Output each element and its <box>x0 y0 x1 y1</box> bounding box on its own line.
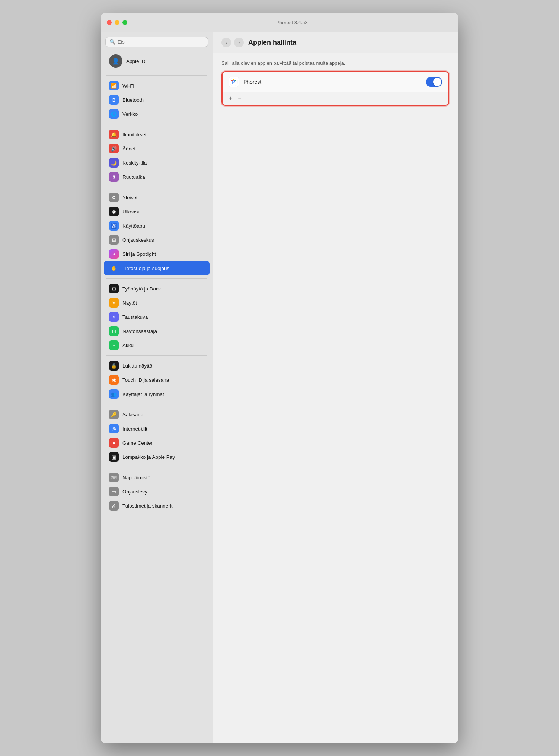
trackpad-icon: ▭ <box>109 487 119 496</box>
sidebar-item-trackpad[interactable]: ▭ Ohjauslevy <box>104 485 210 499</box>
minimize-button[interactable] <box>115 20 119 25</box>
control-icon: ⊞ <box>109 235 119 245</box>
sidebar-item-touchid[interactable]: ◉ Touch ID ja salasana <box>104 373 210 387</box>
search-bar[interactable]: 🔍 <box>105 37 208 47</box>
privacy-icon: ✋ <box>109 263 119 273</box>
window-content: 🔍 👤 Apple ID 📶 Wi-Fi B Bluetooth <box>101 32 458 743</box>
sidebar-item-label-screensaver: Näytönsäästäjä <box>122 328 157 334</box>
sidebar-item-keyboard[interactable]: ⌨ Näppäimistö <box>104 470 210 485</box>
sidebar-item-label-lockedscreen: Lukittu näyttö <box>122 363 152 369</box>
sidebar-item-lockedscreen[interactable]: 🔒 Lukittu näyttö <box>104 359 210 373</box>
sidebar-item-bluetooth[interactable]: B Bluetooth <box>104 93 210 107</box>
sidebar-item-printers[interactable]: 🖨 Tulostimet ja skannerit <box>104 499 210 513</box>
remove-app-button[interactable]: − <box>235 94 244 102</box>
phorest-icon: P <box>229 77 239 87</box>
wallet-icon: ▣ <box>109 452 119 462</box>
sidebar-item-apple-id[interactable]: 👤 Apple ID <box>104 51 210 71</box>
sidebar-item-control[interactable]: ⊞ Ohjauskeskus <box>104 233 210 247</box>
sidebar-item-screensaver[interactable]: ⊡ Näytönsäästäjä <box>104 324 210 338</box>
printers-icon: 🖨 <box>109 501 119 511</box>
sidebar-item-wallet[interactable]: ▣ Lompakko ja Apple Pay <box>104 450 210 464</box>
sidebar-item-wallpaper[interactable]: ❊ Taustakuva <box>104 310 210 324</box>
vision-icon: ♿ <box>109 221 119 231</box>
sidebar-divider-1 <box>106 75 207 76</box>
search-input[interactable] <box>118 39 204 45</box>
sidebar-item-label-privacy: Tietosuoja ja suojaus <box>122 266 169 271</box>
sidebar-item-label-wifi: Wi-Fi <box>122 83 134 89</box>
toggle-knob <box>433 78 441 86</box>
back-button[interactable]: ‹ <box>221 38 231 47</box>
sidebar-item-passwords[interactable]: 🔑 Salasanat <box>104 407 210 422</box>
phorest-toggle[interactable] <box>426 77 442 87</box>
users-icon: 👥 <box>109 389 119 399</box>
sidebar-item-wifi[interactable]: 📶 Wi-Fi <box>104 79 210 93</box>
battery-icon: ▪ <box>109 340 119 350</box>
screensaver-icon: ⊡ <box>109 326 119 336</box>
sidebar-item-general[interactable]: ⚙ Yleiset <box>104 190 210 204</box>
sidebar-item-label-users: Käyttäjät ja ryhmät <box>122 391 164 397</box>
sidebar-item-siri[interactable]: ✦ Siri ja Spotlight <box>104 247 210 261</box>
page-title: Appien hallinta <box>248 39 296 47</box>
sidebar-divider-4 <box>106 278 207 279</box>
passwords-icon: 🔑 <box>109 410 119 419</box>
sidebar: 🔍 👤 Apple ID 📶 Wi-Fi B Bluetooth <box>101 32 213 743</box>
gamecenter-icon: ● <box>109 438 119 448</box>
sidebar-item-label-vision: Käyttöapu <box>122 223 145 229</box>
sidebar-item-focus[interactable]: 🌙 Keskity-tila <box>104 156 210 170</box>
sidebar-item-accessibility[interactable]: ◉ Ulkoasu <box>104 204 210 219</box>
sidebar-item-privacy[interactable]: ✋ Tietosuoja ja suojaus <box>104 261 210 275</box>
sidebar-item-internetaccounts[interactable]: @ Internet-tilit <box>104 422 210 436</box>
sidebar-item-notifications[interactable]: 🔔 Ilmoitukset <box>104 127 210 142</box>
sidebar-item-label-passwords: Salasanat <box>122 412 145 417</box>
network-icon: 🌐 <box>109 109 119 119</box>
sidebar-item-network[interactable]: 🌐 Verkko <box>104 107 210 121</box>
sidebar-item-vision[interactable]: ♿ Käyttöapu <box>104 219 210 233</box>
sidebar-item-users[interactable]: 👥 Käyttäjät ja ryhmät <box>104 387 210 401</box>
sidebar-item-sounds[interactable]: 🔊 Äänet <box>104 142 210 156</box>
sidebar-item-label-keyboard: Näppäimistö <box>122 475 150 480</box>
sidebar-item-label-screentime: Ruutuaika <box>122 174 145 180</box>
notifications-icon: 🔔 <box>109 130 119 139</box>
wallpaper-icon: ❊ <box>109 312 119 322</box>
add-app-button[interactable]: + <box>226 94 235 102</box>
focus-icon: 🌙 <box>109 158 119 168</box>
sidebar-item-desktop[interactable]: ⊟ Työpöytä ja Dock <box>104 282 210 296</box>
screentime-icon: ⧗ <box>109 172 119 182</box>
sidebar-item-label-sounds: Äänet <box>122 146 135 152</box>
sidebar-item-label-control: Ohjauskeskus <box>122 237 154 243</box>
sidebar-item-label-wallpaper: Taustakuva <box>122 314 148 320</box>
main-content-area: ‹ › Appien hallinta Salli alla olevien a… <box>213 32 458 743</box>
siri-icon: ✦ <box>109 249 119 259</box>
sidebar-divider-3 <box>106 187 207 187</box>
keyboard-icon: ⌨ <box>109 473 119 482</box>
sidebar-items-container: 📶 Wi-Fi B Bluetooth 🌐 Verkko 🔔 Ilmoituks… <box>101 79 213 513</box>
traffic-lights <box>107 20 127 25</box>
sidebar-item-label-siri: Siri ja Spotlight <box>122 251 156 257</box>
close-button[interactable] <box>107 20 112 25</box>
sidebar-item-battery[interactable]: ▪ Akku <box>104 338 210 352</box>
sidebar-item-label-displays: Näytöt <box>122 300 137 306</box>
sidebar-item-label-gamecenter: Game Center <box>122 440 153 446</box>
sidebar-item-label-printers: Tulostimet ja skannerit <box>122 503 173 509</box>
svg-point-2 <box>231 80 233 81</box>
sidebar-item-displays[interactable]: ☀ Näytöt <box>104 296 210 310</box>
main-body: Salli alla olevien appien päivittää tai … <box>213 53 458 743</box>
sounds-icon: 🔊 <box>109 144 119 153</box>
forward-button[interactable]: › <box>234 38 244 47</box>
search-icon: 🔍 <box>109 39 115 45</box>
sidebar-item-gamecenter[interactable]: ● Game Center <box>104 436 210 450</box>
internetaccounts-icon: @ <box>109 424 119 433</box>
sidebar-item-label-focus: Keskity-tila <box>122 160 147 166</box>
accessibility-icon: ◉ <box>109 207 119 216</box>
app-name-phorest: Phorest <box>243 79 421 85</box>
window-title: Phorest 8.4.58 <box>132 20 452 25</box>
main-header: ‹ › Appien hallinta <box>213 32 458 53</box>
touchid-icon: ◉ <box>109 375 119 385</box>
titlebar: Phorest 8.4.58 <box>101 13 458 32</box>
maximize-button[interactable] <box>122 20 127 25</box>
sidebar-item-label-general: Yleiset <box>122 195 138 200</box>
sidebar-item-label-internetaccounts: Internet-tilit <box>122 426 147 432</box>
sidebar-item-label-bluetooth: Bluetooth <box>122 97 144 103</box>
sidebar-item-screentime[interactable]: ⧗ Ruutuaika <box>104 170 210 184</box>
svg-point-4 <box>235 80 236 81</box>
